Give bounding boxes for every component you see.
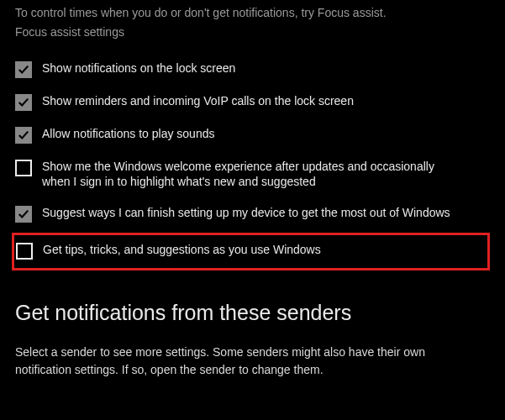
checkmark-icon (18, 129, 29, 141)
senders-description: Select a sender to see more settings. So… (15, 344, 476, 379)
option-row[interactable]: Allow notifications to play sounds (15, 126, 490, 144)
checkmark-icon (18, 97, 29, 108)
option-row[interactable]: Show notifications on the lock screen (15, 60, 490, 78)
option-label: Get tips, tricks, and suggestions as you… (43, 242, 321, 258)
option-row[interactable]: Suggest ways I can finish setting up my … (15, 205, 490, 223)
checkbox-play-sounds[interactable] (15, 127, 32, 144)
checkbox-voip-lock-screen[interactable] (15, 94, 32, 111)
option-label: Show notifications on the lock screen (42, 60, 235, 76)
focus-assist-settings-link[interactable]: Focus assist settings (15, 25, 124, 39)
option-label: Allow notifications to play sounds (42, 126, 214, 142)
senders-heading: Get notifications from these senders (15, 301, 490, 325)
checkbox-welcome-experience[interactable] (15, 160, 32, 176)
option-row[interactable]: Show reminders and incoming VoIP calls o… (15, 93, 490, 111)
checkmark-icon (18, 64, 29, 76)
checkmark-icon (18, 208, 29, 220)
checkbox-finish-setup[interactable] (15, 206, 32, 223)
option-row-highlighted[interactable]: Get tips, tricks, and suggestions as you… (12, 233, 490, 270)
focus-assist-intro: To control times when you do or don't ge… (15, 5, 490, 22)
checkbox-tips-tricks[interactable] (16, 243, 33, 260)
option-row[interactable]: Show me the Windows welcome experience a… (15, 159, 490, 191)
option-label: Show me the Windows welcome experience a… (42, 159, 454, 191)
option-label: Suggest ways I can finish setting up my … (42, 205, 450, 221)
checkbox-lock-screen-notifications[interactable] (15, 61, 32, 78)
option-label: Show reminders and incoming VoIP calls o… (42, 93, 354, 109)
